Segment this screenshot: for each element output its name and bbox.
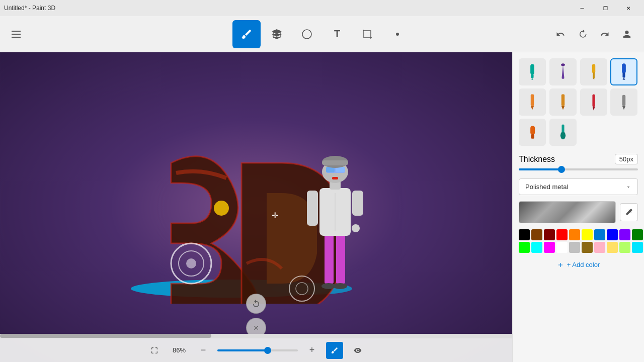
brush-item-pencil-orange[interactable] [519, 88, 546, 116]
svg-rect-40 [561, 95, 565, 106]
brush-item-pen-red[interactable] [580, 88, 607, 116]
svg-point-7 [186, 258, 196, 268]
brush-item-calligraphy[interactable] [549, 58, 577, 85]
chevron-down-icon [625, 184, 631, 190]
color-swatch-11[interactable] [531, 242, 542, 253]
rotate-control-button[interactable] [246, 294, 266, 314]
side-panel: Thickness 50px Polished metal [512, 52, 644, 362]
color-swatch-15[interactable] [582, 242, 593, 253]
scrollbar-thumb[interactable] [0, 334, 211, 338]
canvas-area[interactable]: ✛ 86% [0, 52, 512, 362]
thickness-row: Thickness 50px [519, 154, 638, 164]
svg-rect-36 [623, 72, 625, 77]
svg-rect-16 [307, 191, 318, 226]
text-tool-button[interactable]: T [323, 20, 351, 48]
svg-point-1 [302, 30, 311, 39]
svg-point-14 [333, 283, 347, 289]
svg-point-2 [396, 33, 399, 36]
menu-button[interactable] [8, 26, 24, 42]
svg-rect-25 [322, 160, 348, 165]
color-swatch-5[interactable] [582, 229, 593, 240]
color-swatch-0[interactable] [519, 229, 530, 240]
svg-rect-44 [622, 95, 625, 106]
main-area: ✛ 86% [0, 52, 644, 362]
color-swatch-19[interactable] [632, 242, 643, 253]
view-mode-button[interactable] [349, 342, 366, 359]
brush-mode-button[interactable] [326, 342, 343, 359]
color-swatch-3[interactable] [556, 229, 568, 240]
redo-button[interactable] [596, 25, 614, 43]
undo-button[interactable] [551, 25, 570, 43]
window-controls: ─ ❒ ✕ [571, 0, 640, 16]
brush-item-brush-teal[interactable] [549, 119, 577, 146]
color-swatch-9[interactable] [632, 229, 643, 240]
brush-item-oil[interactable] [580, 58, 607, 85]
account-button[interactable] [618, 25, 636, 43]
canvas-controls [246, 294, 266, 338]
material-label: Polished metal [525, 183, 568, 191]
material-dropdown[interactable]: Polished metal [519, 178, 638, 195]
art-container [101, 93, 403, 304]
svg-marker-41 [561, 106, 565, 110]
brush-grid [519, 58, 638, 146]
color-swatch-7[interactable] [607, 229, 618, 240]
svg-marker-39 [531, 106, 534, 110]
svg-point-18 [352, 224, 360, 232]
color-swatch-2[interactable] [544, 229, 555, 240]
zoom-percent: 86% [169, 346, 189, 354]
svg-rect-12 [336, 233, 345, 284]
color-swatch-17[interactable] [607, 242, 618, 253]
add-color-button[interactable]: + Add color [519, 257, 638, 273]
color-swatch-8[interactable] [619, 229, 630, 240]
svg-rect-29 [531, 74, 533, 78]
horizontal-scrollbar[interactable] [0, 334, 512, 338]
svg-rect-46 [530, 126, 535, 135]
color-swatch-16[interactable] [594, 242, 605, 253]
svg-rect-28 [530, 64, 534, 75]
color-preview-box [519, 201, 616, 223]
color-swatch-18[interactable] [619, 242, 630, 253]
3d-tool-button[interactable] [263, 20, 291, 48]
titlebar: Untitled* - Paint 3D ─ ❒ ✕ [0, 0, 644, 16]
zoom-out-button[interactable]: − [195, 342, 211, 358]
svg-rect-42 [592, 95, 595, 107]
effects-tool-button[interactable] [383, 20, 412, 48]
history-button[interactable] [574, 25, 592, 43]
thickness-label: Thickness [519, 155, 555, 164]
color-palette [519, 229, 638, 253]
thickness-value[interactable]: 50px [615, 154, 638, 164]
svg-point-8 [214, 201, 229, 216]
brush-item-spray-orange[interactable] [519, 119, 546, 146]
color-swatch-14[interactable] [569, 242, 580, 253]
brush-item-crayon-gray[interactable] [610, 88, 637, 116]
color-swatch-1[interactable] [531, 229, 542, 240]
eyedropper-button[interactable] [620, 203, 638, 221]
thickness-slider[interactable] [519, 168, 638, 170]
svg-rect-33 [593, 72, 595, 78]
close-button[interactable]: ✕ [617, 0, 640, 16]
svg-rect-35 [622, 63, 626, 73]
svg-marker-37 [623, 78, 625, 80]
svg-rect-38 [531, 95, 534, 106]
color-swatch-6[interactable] [594, 229, 605, 240]
color-swatch-12[interactable] [544, 242, 555, 253]
shapes-tool-button[interactable] [293, 20, 321, 48]
zoom-in-button[interactable]: + [304, 342, 320, 358]
svg-point-31 [561, 63, 565, 66]
crop-tool-button[interactable] [353, 20, 381, 48]
minimize-button[interactable]: ─ [571, 0, 594, 16]
color-swatch-4[interactable] [569, 229, 580, 240]
add-color-label: + Add color [567, 261, 600, 268]
frame-view-button[interactable] [146, 342, 163, 359]
brush-tool-button[interactable] [232, 20, 261, 48]
brush-item-marker[interactable] [519, 58, 546, 85]
zoom-slider[interactable] [217, 349, 298, 351]
color-swatch-13[interactable] [556, 242, 568, 253]
color-swatch-10[interactable] [519, 242, 530, 253]
svg-rect-26 [332, 177, 338, 179]
brush-item-pencil-amber[interactable] [549, 88, 577, 116]
app-title: Untitled* - Paint 3D [4, 5, 55, 12]
brush-item-watercolor[interactable] [610, 58, 637, 85]
svg-point-49 [560, 132, 566, 139]
maximize-button[interactable]: ❒ [594, 0, 617, 16]
